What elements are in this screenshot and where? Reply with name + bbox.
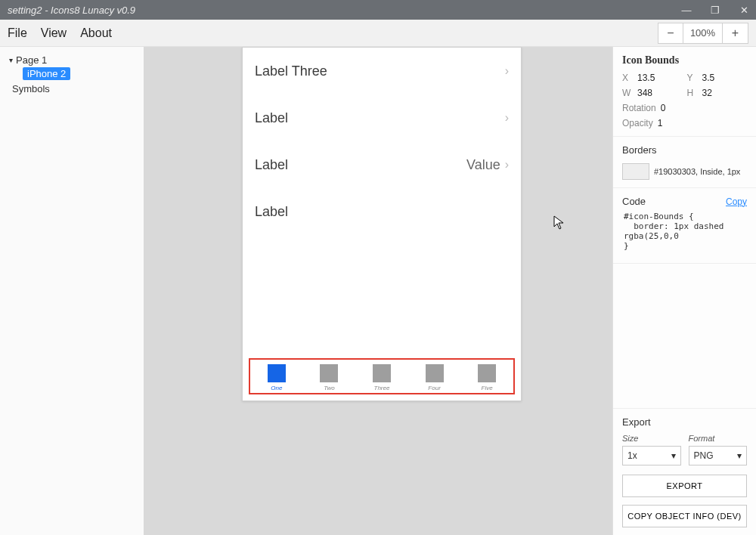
border-description: #19030303, Inside, 1px — [654, 167, 740, 176]
row-label: Label — [255, 204, 509, 220]
tab-bar-selection[interactable]: One Two Three Four Five — [249, 358, 515, 394]
row-label: Label — [255, 110, 505, 126]
row-label: Label Three — [255, 63, 505, 79]
copy-code-link[interactable]: Copy — [726, 196, 747, 207]
caret-down-icon: ▾ — [9, 56, 13, 64]
zoom-out-button[interactable]: − — [658, 23, 683, 44]
tab-item[interactable]: Five — [478, 364, 496, 391]
export-size-label: Size — [622, 434, 681, 443]
maximize-icon[interactable]: ❐ — [708, 5, 723, 16]
prop-y-label: Y — [687, 73, 698, 83]
caret-down-icon: ▾ — [737, 450, 742, 461]
canvas[interactable]: Label Three › Label › Label Value › Labe… — [144, 47, 612, 535]
window-controls: — ❐ ✕ — [679, 5, 751, 16]
copy-object-info-button[interactable]: COPY OBJECT INFO (DEV) — [622, 505, 747, 527]
close-icon[interactable]: ✕ — [736, 5, 751, 16]
prop-w-label: W — [622, 88, 633, 98]
cursor-icon — [553, 215, 565, 234]
tab-label: Three — [374, 385, 390, 391]
export-title: Export — [622, 416, 747, 428]
tab-label: Five — [482, 385, 493, 391]
prop-x-value[interactable]: 13.5 — [637, 73, 683, 83]
pages-panel: ▾ Page 1 iPhone 2 Symbols — [0, 47, 144, 535]
menu-file[interactable]: File — [8, 26, 27, 40]
list-row[interactable]: Label › — [243, 94, 521, 141]
prop-w-value[interactable]: 348 — [637, 88, 683, 98]
chevron-right-icon: › — [505, 111, 509, 125]
tab-icon — [426, 364, 444, 382]
chevron-right-icon: › — [505, 158, 509, 172]
borders-title: Borders — [622, 144, 747, 156]
zoom-control: − 100% + — [658, 23, 748, 44]
tab-icon — [268, 364, 286, 382]
tree-symbols-item[interactable]: Symbols — [12, 83, 50, 94]
menu-view[interactable]: View — [41, 26, 67, 40]
tab-label: Four — [428, 385, 440, 391]
tab-icon — [320, 364, 338, 382]
list-row[interactable]: Label — [243, 188, 521, 235]
tree-page-root[interactable]: ▾ Page 1 — [6, 53, 138, 67]
code-block[interactable]: #icon-Bounds { border: 1px dashed rgba(2… — [622, 207, 747, 255]
inspector-title: Icon Bounds — [622, 54, 747, 66]
window-titlebar: setting2 - Icons8 Lunacy v0.9 — ❐ ✕ — [0, 0, 756, 20]
tab-item[interactable]: One — [268, 364, 286, 391]
prop-rotation-value[interactable]: 0 — [661, 103, 666, 113]
list-row[interactable]: Label Three › — [243, 48, 521, 94]
tree-artboard-item[interactable]: iPhone 2 — [23, 67, 70, 80]
border-color-swatch[interactable] — [622, 163, 649, 180]
tab-label: One — [271, 385, 282, 391]
tab-icon — [478, 364, 496, 382]
prop-h-value[interactable]: 32 — [702, 88, 748, 98]
minimize-icon[interactable]: — — [679, 5, 694, 16]
row-label: Label — [255, 157, 466, 173]
prop-rotation-label: Rotation — [622, 103, 656, 113]
prop-h-label: H — [687, 88, 698, 98]
menu-bar: File View About − 100% + — [0, 20, 756, 47]
zoom-level[interactable]: 100% — [683, 23, 723, 44]
tab-item[interactable]: Three — [373, 364, 391, 391]
caret-down-icon: ▾ — [671, 450, 676, 461]
export-button[interactable]: EXPORT — [622, 475, 747, 497]
prop-opacity-value[interactable]: 1 — [658, 118, 663, 128]
export-format-label: Format — [689, 434, 748, 443]
list-row[interactable]: Label Value › — [243, 141, 521, 188]
export-size-select[interactable]: 1x ▾ — [622, 446, 681, 465]
prop-x-label: X — [622, 73, 633, 83]
tab-item[interactable]: Two — [320, 364, 338, 391]
window-title: setting2 - Icons8 Lunacy v0.9 — [8, 5, 135, 16]
code-title: Code — [622, 196, 646, 207]
menu-about[interactable]: About — [80, 26, 112, 40]
tab-icon — [373, 364, 391, 382]
tab-item[interactable]: Four — [426, 364, 444, 391]
export-format-select[interactable]: PNG ▾ — [689, 446, 748, 465]
chevron-right-icon: › — [505, 64, 509, 78]
artboard-iphone[interactable]: Label Three › Label › Label Value › Labe… — [242, 47, 522, 401]
tab-label: Two — [324, 385, 335, 391]
prop-opacity-label: Opacity — [622, 118, 653, 128]
row-value: Value — [466, 157, 500, 173]
prop-y-value[interactable]: 3.5 — [702, 73, 748, 83]
zoom-in-button[interactable]: + — [723, 23, 748, 44]
tree-page-label: Page 1 — [16, 54, 47, 66]
export-format-value: PNG — [694, 450, 714, 461]
export-size-value: 1x — [627, 450, 637, 461]
inspector-panel: Icon Bounds X 13.5 Y 3.5 W 348 H 32 Rota… — [612, 47, 756, 535]
